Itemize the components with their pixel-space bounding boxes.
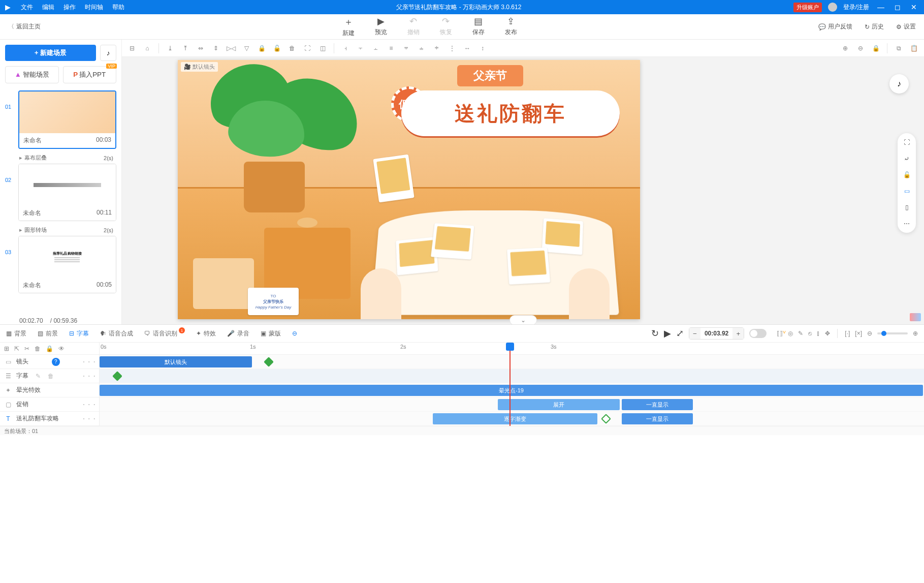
- settings-button[interactable]: ⚙设置: [896, 22, 916, 31]
- upgrade-button[interactable]: 升级账户: [793, 3, 822, 12]
- align-bottom2-icon[interactable]: ⫩: [431, 42, 443, 54]
- align-center-icon[interactable]: ⫟: [355, 42, 367, 54]
- avatar-icon[interactable]: [828, 3, 837, 12]
- time-stepper[interactable]: − 00:03.92 +: [689, 327, 744, 340]
- zoom-out-tl-icon[interactable]: ⊖: [867, 330, 872, 337]
- crop-icon[interactable]: ⛶: [301, 42, 313, 54]
- close-icon[interactable]: ✕: [909, 3, 919, 11]
- menu-edit[interactable]: 编辑: [42, 3, 54, 12]
- align-bottom-icon[interactable]: ⤓: [164, 42, 176, 54]
- track-label-guide[interactable]: T送礼防翻车攻略•••: [0, 412, 99, 426]
- track-subtitle[interactable]: [100, 369, 924, 383]
- measure-icon[interactable]: ⊟: [126, 42, 138, 54]
- track-lightfx[interactable]: 晕光点-19: [100, 383, 924, 397]
- zoom-out-icon[interactable]: ⊖: [854, 42, 867, 54]
- scene-card[interactable]: 未命名 00:03: [18, 90, 116, 149]
- visibility-icon[interactable]: 👁: [58, 345, 65, 352]
- del-icon[interactable]: 🗑: [48, 373, 54, 380]
- time-decrement[interactable]: −: [689, 328, 700, 339]
- lock-icon[interactable]: 🔒: [256, 42, 268, 54]
- delete-icon[interactable]: 🗑: [286, 42, 298, 54]
- align-top-icon[interactable]: ⤒: [179, 42, 192, 54]
- scene-card[interactable]: 未命名 00:11: [18, 164, 116, 221]
- trash-icon[interactable]: 🗑: [35, 345, 41, 352]
- space-v-icon[interactable]: ↕: [476, 42, 489, 54]
- edit-icon[interactable]: ✎: [798, 330, 803, 337]
- smart-scene-button[interactable]: ▲智能场景: [5, 66, 59, 83]
- toggle-switch[interactable]: [749, 329, 767, 338]
- tab-asr[interactable]: 🗨语音识别1: [144, 329, 185, 338]
- tab-fx[interactable]: ✦特效: [196, 329, 216, 338]
- music-button[interactable]: ♪: [100, 45, 116, 61]
- marker-icon[interactable]: ✥: [825, 330, 830, 337]
- clip-expand[interactable]: 展开: [498, 399, 620, 410]
- undo-button[interactable]: ↶撤销: [407, 16, 420, 38]
- align-top2-icon[interactable]: ⫧: [400, 42, 412, 54]
- bracket-left-icon[interactable]: [·]: [845, 330, 850, 337]
- fullscreen-icon[interactable]: ⛶: [902, 137, 912, 147]
- clip-always-show-2[interactable]: 一直显示: [622, 413, 693, 424]
- menu-operate[interactable]: 操作: [63, 3, 76, 12]
- bracket-right-icon[interactable]: [×]: [855, 330, 862, 337]
- track-label-camera[interactable]: ▭镜头?•••: [0, 355, 99, 369]
- flip-v-icon[interactable]: ▽: [240, 42, 252, 54]
- new-scene-button[interactable]: + 新建场景: [5, 45, 96, 61]
- distribute-h-icon[interactable]: ≡: [385, 42, 397, 54]
- tab-background[interactable]: ▦背景: [6, 329, 26, 338]
- track-promo[interactable]: 展开 一直显示: [100, 397, 924, 412]
- redo-button[interactable]: ↷恢复: [440, 16, 452, 38]
- align-middle-icon[interactable]: ⫨: [416, 42, 428, 54]
- unlock-icon[interactable]: 🔓: [902, 170, 912, 180]
- scene-card[interactable]: 推荐礼品 购物链接 未命名 00:05: [18, 236, 116, 293]
- lock-track-icon[interactable]: 🔒: [46, 345, 53, 352]
- scene-item[interactable]: 01 未命名 00:03: [5, 90, 116, 149]
- tab-more[interactable]: ⊖: [292, 330, 297, 337]
- canvas-area[interactable]: 🎥默认镜头 父亲节: [122, 57, 924, 324]
- clip-lightfx[interactable]: 晕光点-19: [100, 385, 923, 396]
- zoom-slider[interactable]: [877, 332, 908, 334]
- login-button[interactable]: 登录/注册: [843, 3, 869, 12]
- menu-help[interactable]: 帮助: [112, 3, 124, 12]
- clip-always-show[interactable]: 一直显示: [622, 399, 693, 410]
- canvas[interactable]: 🎥默认镜头 父亲节: [178, 60, 640, 319]
- rotate-icon[interactable]: ⤾: [902, 154, 912, 164]
- transition-row[interactable]: ▸幕布层叠 2(s): [5, 152, 116, 164]
- new-button[interactable]: ＋新建: [342, 16, 355, 38]
- keyframe-diamond[interactable]: [112, 371, 122, 381]
- rewind-button[interactable]: ↻: [651, 328, 659, 339]
- thumbnail-indicator[interactable]: [910, 313, 921, 321]
- split-icon[interactable]: ✂: [24, 345, 29, 352]
- edit-icon[interactable]: ✎: [36, 373, 41, 380]
- unlock-icon[interactable]: 🔓: [271, 42, 283, 54]
- align-right-icon[interactable]: ⫠: [370, 42, 382, 54]
- distribute-v-icon[interactable]: ⋮: [446, 42, 458, 54]
- tab-record[interactable]: 🎤录音: [227, 329, 249, 338]
- track-label-lightfx[interactable]: ✦晕光特效: [0, 383, 99, 397]
- space-h-icon[interactable]: ↔: [461, 42, 473, 54]
- align-hcenter-icon[interactable]: ⇔: [195, 42, 207, 54]
- menu-file[interactable]: 文件: [21, 3, 33, 12]
- insert-ppt-button[interactable]: P插入PPTVIP: [63, 66, 117, 83]
- track-label-promo[interactable]: ▢促销•••: [0, 397, 99, 412]
- screen-icon[interactable]: ▭: [902, 186, 912, 196]
- preview-button[interactable]: ▶预览: [375, 16, 387, 38]
- lock-view-icon[interactable]: 🔒: [870, 42, 882, 54]
- paste-icon[interactable]: 📋: [908, 42, 920, 54]
- tab-subtitle[interactable]: ⊟字幕: [69, 329, 89, 338]
- maximize-icon[interactable]: ◻: [893, 3, 903, 11]
- filter-icon[interactable]: ⫿: [817, 330, 820, 337]
- zoom-in-icon[interactable]: ⊕: [839, 42, 851, 54]
- back-button[interactable]: 〈 返回主页: [8, 22, 41, 31]
- more-icon[interactable]: ⋯: [902, 219, 912, 229]
- clip-char-fade[interactable]: 逐字渐变: [433, 413, 597, 424]
- tab-foreground[interactable]: ▧前景: [38, 329, 58, 338]
- clip-camera[interactable]: 默认镜头: [100, 356, 252, 367]
- keyframe-icon[interactable]: ⟦⟧V: [777, 330, 783, 337]
- feedback-button[interactable]: 💬用户反馈: [818, 22, 852, 31]
- music-fab[interactable]: ♪: [889, 74, 909, 94]
- keyframe-diamond[interactable]: [264, 357, 274, 367]
- zoom-in-tl-icon[interactable]: ⊕: [913, 330, 918, 337]
- mobile-icon[interactable]: ▯: [902, 202, 912, 212]
- transition-row[interactable]: ▸圆形转场 2(s): [5, 224, 116, 236]
- align-left-icon[interactable]: ⫞: [339, 42, 352, 54]
